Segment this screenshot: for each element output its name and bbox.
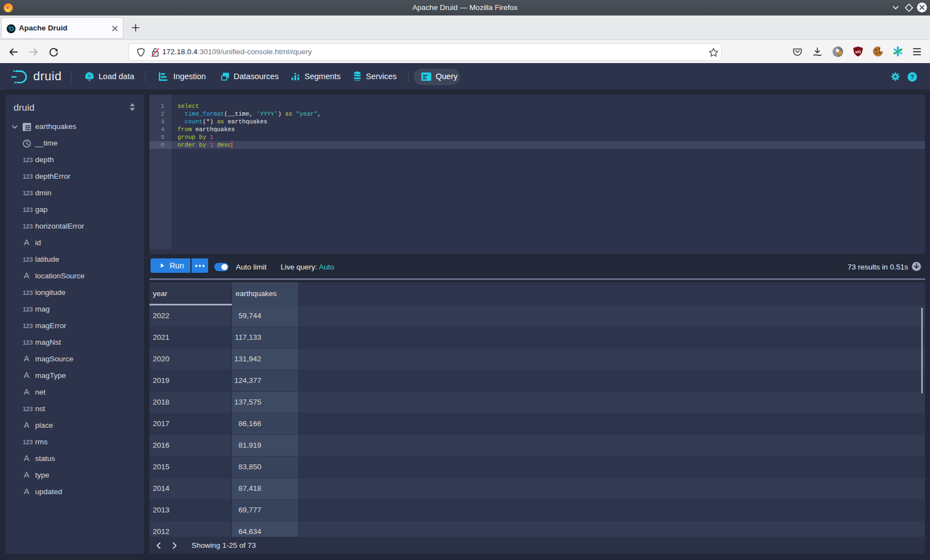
svg-text:uO: uO (855, 50, 861, 54)
svg-text:?: ? (910, 74, 914, 80)
